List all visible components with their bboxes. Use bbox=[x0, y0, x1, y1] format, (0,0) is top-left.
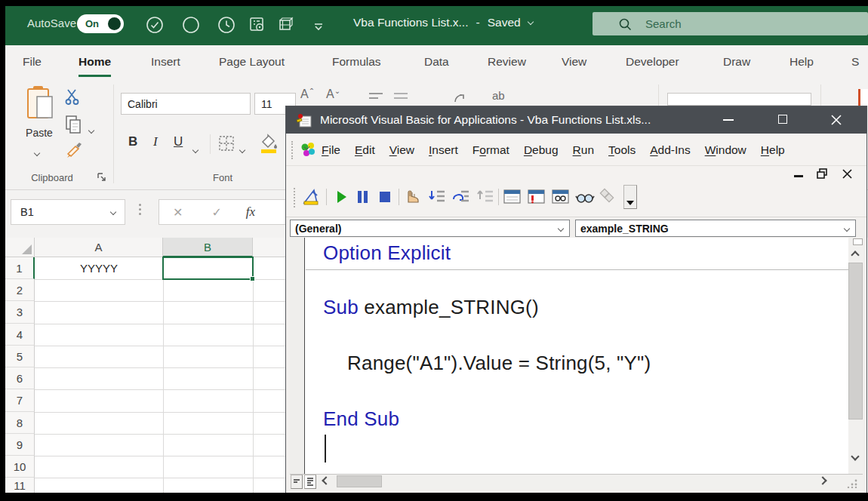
toolbar-drag-handle[interactable] bbox=[294, 188, 295, 207]
tab-help[interactable]: Help bbox=[790, 46, 814, 77]
row-header-2[interactable]: 2 bbox=[5, 279, 35, 301]
tab-partial[interactable]: S bbox=[851, 46, 859, 77]
tab-review[interactable]: Review bbox=[488, 46, 526, 77]
selected-cell-b1[interactable] bbox=[162, 257, 254, 280]
row-header-9[interactable]: 9 bbox=[5, 434, 35, 456]
clock-icon[interactable] bbox=[217, 15, 236, 35]
check-circle-icon[interactable] bbox=[145, 15, 165, 35]
mdi-minimize-button[interactable] bbox=[794, 175, 803, 177]
formula-input[interactable]: ✕ ✓ fx bbox=[159, 199, 294, 225]
row-header-3[interactable]: 3 bbox=[5, 301, 35, 324]
immediate-window-icon[interactable] bbox=[527, 188, 546, 206]
toggle-breakpoint-icon[interactable] bbox=[403, 187, 423, 207]
tab-view[interactable]: View bbox=[562, 46, 586, 77]
fill-handle[interactable] bbox=[250, 276, 255, 281]
code-line-3[interactable]: Range("A1").Value = String(5, "Y") bbox=[347, 352, 651, 375]
mdi-restore-button[interactable] bbox=[817, 168, 828, 179]
row-header-10[interactable]: 10 bbox=[5, 456, 35, 478]
tab-draw[interactable]: Draw bbox=[723, 46, 750, 77]
vba-titlebar[interactable]: Microsoft Visual Basic for Applications … bbox=[286, 106, 866, 134]
cell-a1[interactable]: YYYYY bbox=[35, 257, 163, 279]
vertical-scroll-thumb[interactable] bbox=[848, 263, 863, 420]
code-margin-bar[interactable] bbox=[290, 238, 305, 489]
maximize-button[interactable] bbox=[778, 115, 787, 124]
sheet-clock-icon[interactable] bbox=[248, 15, 267, 35]
row-header-7[interactable]: 7 bbox=[5, 389, 35, 412]
menu-insert[interactable]: Insert bbox=[429, 143, 458, 157]
save-status-label[interactable]: Saved bbox=[488, 16, 521, 29]
tab-insert[interactable]: Insert bbox=[151, 46, 180, 77]
autosave-toggle[interactable]: On bbox=[77, 14, 124, 33]
copy-chevron-icon[interactable] bbox=[89, 122, 94, 136]
resize-grip-icon[interactable] bbox=[845, 478, 859, 488]
format-painter-button[interactable] bbox=[65, 140, 85, 163]
tab-developer[interactable]: Developer bbox=[626, 46, 679, 77]
code-line-2[interactable]: Sub example_STRING() bbox=[323, 296, 539, 319]
code-line-1[interactable]: Option Explicit bbox=[323, 241, 451, 265]
procedure-combo[interactable]: example_STRING bbox=[575, 220, 856, 237]
menu-help[interactable]: Help bbox=[761, 143, 785, 157]
shrink-font-icon[interactable]: A⌄ bbox=[326, 87, 340, 101]
tab-page-layout[interactable]: Page Layout bbox=[219, 46, 285, 77]
borders-chevron-icon[interactable] bbox=[240, 142, 245, 155]
tab-home[interactable]: Home bbox=[78, 46, 111, 77]
underline-chevron-icon[interactable] bbox=[193, 142, 198, 155]
italic-button[interactable]: I bbox=[153, 134, 158, 149]
procedure-view-button[interactable] bbox=[291, 475, 303, 489]
name-box-chevron-icon[interactable] bbox=[110, 209, 116, 215]
menu-view[interactable]: View bbox=[389, 143, 414, 157]
reset-icon[interactable] bbox=[376, 188, 394, 206]
search-bar[interactable] bbox=[593, 12, 868, 35]
conditional-format-icon[interactable] bbox=[858, 89, 868, 106]
cut-button[interactable] bbox=[64, 88, 81, 109]
column-header-b[interactable]: B bbox=[163, 238, 253, 257]
align-top-icon[interactable] bbox=[368, 92, 384, 107]
menubar-drag-handle[interactable] bbox=[291, 141, 293, 159]
menu-window[interactable]: Window bbox=[705, 143, 746, 157]
menu-run[interactable]: Run bbox=[573, 143, 594, 157]
locals-window-icon[interactable] bbox=[503, 188, 522, 206]
enter-icon[interactable]: ✓ bbox=[211, 205, 221, 220]
orientation-icon[interactable] bbox=[453, 92, 466, 107]
name-box[interactable]: B1 bbox=[11, 199, 125, 225]
step-out-icon[interactable] bbox=[476, 187, 495, 207]
borders-button[interactable] bbox=[217, 134, 235, 155]
step-over-icon[interactable] bbox=[451, 187, 471, 207]
row-header-8[interactable]: 8 bbox=[5, 412, 35, 434]
run-sub-icon[interactable] bbox=[332, 188, 350, 206]
toolbar-options-button[interactable] bbox=[623, 185, 637, 209]
fx-icon[interactable]: fx bbox=[246, 204, 255, 220]
tab-file[interactable]: File bbox=[23, 46, 42, 77]
code-line-4[interactable]: End Sub bbox=[323, 407, 399, 431]
close-button[interactable] bbox=[831, 115, 842, 125]
formula-bar-handle[interactable] bbox=[139, 204, 141, 215]
paste-button[interactable] bbox=[24, 85, 56, 125]
paste-chevron-icon[interactable] bbox=[35, 145, 39, 158]
full-module-view-button[interactable] bbox=[304, 475, 316, 489]
wrap-text-icon[interactable]: ab bbox=[492, 89, 505, 102]
package-icon[interactable] bbox=[276, 15, 296, 35]
font-name-select[interactable]: Calibri bbox=[121, 93, 251, 115]
design-mode-icon[interactable] bbox=[302, 187, 322, 207]
circle-icon[interactable] bbox=[181, 15, 201, 35]
quick-watch-icon[interactable] bbox=[575, 189, 595, 206]
customize-qat-chevron-icon[interactable] bbox=[312, 21, 325, 35]
copy-button[interactable] bbox=[64, 115, 84, 137]
watch-window-icon[interactable] bbox=[551, 188, 571, 206]
row-header-11[interactable]: 11 bbox=[5, 478, 35, 493]
menu-edit[interactable]: Edit bbox=[355, 143, 375, 157]
object-combo[interactable]: (General) bbox=[290, 220, 570, 237]
row-header-5[interactable]: 5 bbox=[5, 346, 35, 367]
cancel-icon[interactable]: ✕ bbox=[173, 205, 183, 220]
minimize-button[interactable] bbox=[723, 119, 734, 121]
clipboard-dialog-launcher-icon[interactable] bbox=[97, 172, 107, 186]
row-header-4[interactable]: 4 bbox=[5, 324, 35, 346]
splitter-box[interactable] bbox=[853, 238, 863, 245]
call-stack-icon[interactable] bbox=[599, 187, 618, 207]
align-middle-icon[interactable] bbox=[392, 92, 409, 107]
search-input[interactable] bbox=[645, 17, 811, 30]
row-header-1[interactable]: 1 bbox=[5, 257, 35, 279]
fill-color-button[interactable] bbox=[258, 133, 279, 157]
tab-data[interactable]: Data bbox=[424, 46, 449, 77]
menu-file[interactable]: File bbox=[322, 143, 340, 157]
